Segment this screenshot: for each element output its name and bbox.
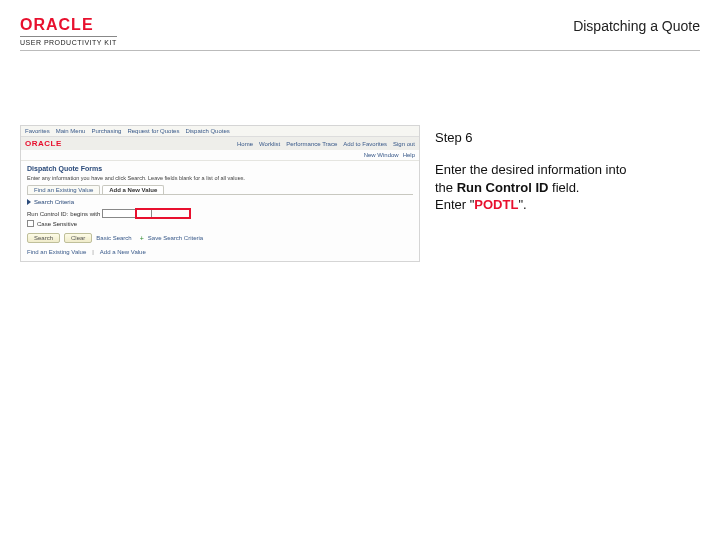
oracle-logo-text: ORACLE <box>20 16 117 34</box>
instr-line3-pre: Enter " <box>435 197 474 212</box>
new-window-link[interactable]: New Window <box>364 152 399 158</box>
global-links: Home Worklist Performance Trace Add to F… <box>237 141 415 147</box>
instr-line2-bold: Run Control ID <box>457 180 549 195</box>
instruction-panel: Step 6 Enter the desired information int… <box>435 130 695 214</box>
header-divider <box>20 50 700 51</box>
breadcrumb-item[interactable]: Request for Quotes <box>127 128 179 134</box>
home-link[interactable]: Home <box>237 141 253 147</box>
sign-out-link[interactable]: Sign out <box>393 141 415 147</box>
app-screenshot: Favorites Main Menu Purchasing Request f… <box>20 125 420 262</box>
footer-tab-links: Find an Existing Value | Add a New Value <box>27 249 413 255</box>
tab-strip: Find an Existing Value Add a New Value <box>27 185 413 195</box>
basic-search-link[interactable]: Basic Search <box>96 235 131 241</box>
breadcrumb-item[interactable]: Purchasing <box>91 128 121 134</box>
util-bar: New Window Help <box>21 150 419 161</box>
separator: | <box>92 249 94 255</box>
run-control-id-label: Run Control ID: <box>27 211 68 217</box>
tab-add-new[interactable]: Add a New Value <box>102 185 164 194</box>
tab-find-existing[interactable]: Find an Existing Value <box>27 185 100 194</box>
instr-line1: Enter the desired information into <box>435 162 627 177</box>
breadcrumb-item[interactable]: Main Menu <box>56 128 86 134</box>
expand-triangle-icon <box>27 199 31 205</box>
button-row: Search Clear Basic Search + Save Search … <box>27 233 413 243</box>
breadcrumb: Favorites Main Menu Purchasing Request f… <box>25 128 230 134</box>
page-header: ORACLE USER PRODUCTIVITY KIT Dispatching… <box>20 16 700 46</box>
instr-line2-post: field. <box>548 180 579 195</box>
footer-add-new[interactable]: Add a New Value <box>100 249 146 255</box>
form-desc: Enter any information you have and click… <box>27 175 413 181</box>
breadcrumb-item[interactable]: Favorites <box>25 128 50 134</box>
step-label: Step 6 <box>435 130 695 145</box>
oracle-app-logo: ORACLE <box>25 139 62 148</box>
form-body: Dispatch Quote Forms Enter any informati… <box>21 161 419 261</box>
instruction-text: Enter the desired information into the R… <box>435 161 695 214</box>
search-criteria-section[interactable]: Search Criteria <box>27 199 413 205</box>
run-control-row: Run Control ID: begins with <box>27 209 413 218</box>
search-button[interactable]: Search <box>27 233 60 243</box>
instr-line2-pre: the <box>435 180 457 195</box>
run-control-id-input[interactable] <box>102 209 152 218</box>
breadcrumb-bar: Favorites Main Menu Purchasing Request f… <box>21 126 419 137</box>
instr-emph: PODTL <box>474 197 518 212</box>
operator-label[interactable]: begins with <box>70 211 100 217</box>
save-search-link[interactable]: Save Search Criteria <box>148 235 203 241</box>
breadcrumb-item[interactable]: Dispatch Quotes <box>185 128 229 134</box>
section-label: Search Criteria <box>34 199 74 205</box>
oracle-brand: ORACLE USER PRODUCTIVITY KIT <box>20 16 117 46</box>
performance-trace-link[interactable]: Performance Trace <box>286 141 337 147</box>
add-favorites-link[interactable]: Add to Favorites <box>343 141 387 147</box>
plus-icon: + <box>140 235 144 242</box>
clear-button[interactable]: Clear <box>64 233 92 243</box>
footer-find-existing[interactable]: Find an Existing Value <box>27 249 86 255</box>
help-link[interactable]: Help <box>403 152 415 158</box>
global-nav: ORACLE Home Worklist Performance Trace A… <box>21 137 419 150</box>
case-sensitive-label: Case Sensitive <box>37 221 77 227</box>
upk-subtitle: USER PRODUCTIVITY KIT <box>20 36 117 46</box>
instr-line3-post: ". <box>518 197 526 212</box>
case-sensitive-checkbox[interactable] <box>27 220 34 227</box>
page-title: Dispatching a Quote <box>573 18 700 34</box>
worklist-link[interactable]: Worklist <box>259 141 280 147</box>
case-sensitive-row: Case Sensitive <box>27 220 413 227</box>
form-title: Dispatch Quote Forms <box>27 165 413 172</box>
